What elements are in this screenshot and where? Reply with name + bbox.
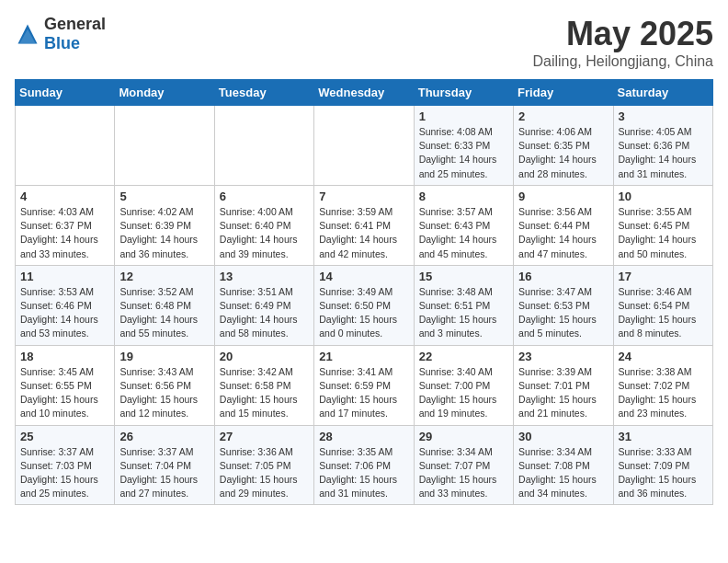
day-info: Sunrise: 3:34 AM Sunset: 7:08 PM Dayligh…: [518, 445, 608, 501]
day-number: 3: [619, 109, 708, 123]
cell-week2-day2: 6 Sunrise: 4:00 AM Sunset: 6:40 PM Dayli…: [214, 185, 313, 265]
day-number: 30: [518, 430, 608, 443]
cell-week2-day5: 9 Sunrise: 3:56 AM Sunset: 6:44 PM Dayli…: [514, 185, 613, 265]
day-number: 27: [220, 430, 309, 443]
cell-week4-day1: 19 Sunrise: 3:43 AM Sunset: 6:56 PM Dayl…: [115, 345, 214, 425]
day-info: Sunrise: 3:52 AM Sunset: 6:48 PM Dayligh…: [119, 285, 209, 341]
cell-week2-day4: 8 Sunrise: 3:57 AM Sunset: 6:43 PM Dayli…: [414, 185, 513, 265]
cell-week5-day5: 30 Sunrise: 3:34 AM Sunset: 7:08 PM Dayl…: [514, 425, 613, 505]
logo-icon: [15, 21, 40, 47]
header-wednesday: Wednesday: [314, 80, 414, 106]
day-number: 28: [319, 430, 408, 443]
logo: General Blue: [15, 15, 106, 53]
day-number: 23: [518, 350, 608, 363]
day-number: 10: [619, 190, 708, 203]
day-info: Sunrise: 3:51 AM Sunset: 6:49 PM Dayligh…: [220, 285, 309, 341]
day-number: 12: [119, 270, 209, 283]
cell-week2-day0: 4 Sunrise: 4:03 AM Sunset: 6:37 PM Dayli…: [16, 185, 115, 265]
day-info: Sunrise: 3:36 AM Sunset: 7:05 PM Dayligh…: [220, 445, 309, 501]
cell-week3-day0: 11 Sunrise: 3:53 AM Sunset: 6:46 PM Dayl…: [16, 265, 115, 345]
day-info: Sunrise: 3:43 AM Sunset: 6:56 PM Dayligh…: [119, 365, 209, 421]
day-info: Sunrise: 3:37 AM Sunset: 7:03 PM Dayligh…: [20, 445, 109, 501]
day-number: 17: [619, 270, 708, 283]
day-number: 6: [220, 190, 309, 203]
cell-week3-day4: 15 Sunrise: 3:48 AM Sunset: 6:51 PM Dayl…: [414, 265, 513, 345]
header-sunday: Sunday: [16, 80, 115, 106]
cell-week4-day0: 18 Sunrise: 3:45 AM Sunset: 6:55 PM Dayl…: [16, 345, 115, 425]
cell-week5-day4: 29 Sunrise: 3:34 AM Sunset: 7:07 PM Dayl…: [414, 425, 513, 505]
cell-week5-day1: 26 Sunrise: 3:37 AM Sunset: 7:04 PM Dayl…: [115, 425, 214, 505]
week-row-2: 4 Sunrise: 4:03 AM Sunset: 6:37 PM Dayli…: [16, 185, 713, 265]
day-info: Sunrise: 3:37 AM Sunset: 7:04 PM Dayligh…: [119, 445, 209, 501]
day-number: 22: [419, 350, 508, 363]
header-saturday: Saturday: [613, 80, 712, 106]
day-number: 18: [20, 350, 109, 363]
day-number: 9: [518, 190, 608, 203]
cell-week1-day3: [314, 106, 414, 186]
cell-week1-day2: [214, 106, 313, 186]
day-info: Sunrise: 3:55 AM Sunset: 6:45 PM Dayligh…: [619, 205, 708, 261]
calendar-table: Sunday Monday Tuesday Wednesday Thursday…: [15, 79, 713, 505]
header-tuesday: Tuesday: [214, 80, 313, 106]
day-info: Sunrise: 3:35 AM Sunset: 7:06 PM Dayligh…: [319, 445, 408, 501]
cell-week1-day4: 1 Sunrise: 4:08 AM Sunset: 6:33 PM Dayli…: [414, 106, 513, 186]
day-number: 21: [319, 350, 408, 363]
cell-week3-day1: 12 Sunrise: 3:52 AM Sunset: 6:48 PM Dayl…: [115, 265, 214, 345]
day-info: Sunrise: 3:39 AM Sunset: 7:01 PM Dayligh…: [518, 365, 608, 421]
day-info: Sunrise: 3:40 AM Sunset: 7:00 PM Dayligh…: [419, 365, 508, 421]
cell-week5-day2: 27 Sunrise: 3:36 AM Sunset: 7:05 PM Dayl…: [214, 425, 313, 505]
title-area: May 2025 Dailing, Heilongjiang, China: [532, 15, 713, 70]
day-info: Sunrise: 3:53 AM Sunset: 6:46 PM Dayligh…: [20, 285, 109, 341]
cell-week1-day1: [115, 106, 214, 186]
week-row-1: 1 Sunrise: 4:08 AM Sunset: 6:33 PM Dayli…: [16, 106, 713, 186]
day-info: Sunrise: 3:45 AM Sunset: 6:55 PM Dayligh…: [20, 365, 109, 421]
day-number: 24: [619, 350, 708, 363]
week-row-5: 25 Sunrise: 3:37 AM Sunset: 7:03 PM Dayl…: [16, 425, 713, 505]
day-info: Sunrise: 3:33 AM Sunset: 7:09 PM Dayligh…: [619, 445, 708, 501]
day-info: Sunrise: 3:49 AM Sunset: 6:50 PM Dayligh…: [319, 285, 408, 341]
day-number: 5: [119, 190, 209, 203]
cell-week4-day4: 22 Sunrise: 3:40 AM Sunset: 7:00 PM Dayl…: [414, 345, 513, 425]
day-info: Sunrise: 3:38 AM Sunset: 7:02 PM Dayligh…: [619, 365, 708, 421]
cell-week1-day6: 3 Sunrise: 4:05 AM Sunset: 6:36 PM Dayli…: [613, 106, 712, 186]
day-info: Sunrise: 3:59 AM Sunset: 6:41 PM Dayligh…: [319, 205, 408, 261]
day-number: 7: [319, 190, 408, 203]
week-row-3: 11 Sunrise: 3:53 AM Sunset: 6:46 PM Dayl…: [16, 265, 713, 345]
day-info: Sunrise: 3:34 AM Sunset: 7:07 PM Dayligh…: [419, 445, 508, 501]
day-number: 1: [419, 109, 508, 123]
day-info: Sunrise: 3:56 AM Sunset: 6:44 PM Dayligh…: [518, 205, 608, 261]
cell-week3-day5: 16 Sunrise: 3:47 AM Sunset: 6:53 PM Dayl…: [514, 265, 613, 345]
header-row: Sunday Monday Tuesday Wednesday Thursday…: [16, 80, 713, 106]
cell-week5-day0: 25 Sunrise: 3:37 AM Sunset: 7:03 PM Dayl…: [16, 425, 115, 505]
cell-week4-day6: 24 Sunrise: 3:38 AM Sunset: 7:02 PM Dayl…: [613, 345, 712, 425]
day-number: 8: [419, 190, 508, 203]
calendar-subtitle: Dailing, Heilongjiang, China: [532, 53, 713, 70]
day-number: 19: [119, 350, 209, 363]
week-row-4: 18 Sunrise: 3:45 AM Sunset: 6:55 PM Dayl…: [16, 345, 713, 425]
day-info: Sunrise: 3:48 AM Sunset: 6:51 PM Dayligh…: [419, 285, 508, 341]
day-number: 14: [319, 270, 408, 283]
day-number: 26: [119, 430, 209, 443]
day-info: Sunrise: 3:41 AM Sunset: 6:59 PM Dayligh…: [319, 365, 408, 421]
header-monday: Monday: [115, 80, 214, 106]
cell-week1-day0: [16, 106, 115, 186]
logo-blue: Blue: [44, 34, 80, 52]
day-number: 29: [419, 430, 508, 443]
day-info: Sunrise: 4:00 AM Sunset: 6:40 PM Dayligh…: [220, 205, 309, 261]
day-info: Sunrise: 4:05 AM Sunset: 6:36 PM Dayligh…: [619, 125, 708, 181]
day-info: Sunrise: 3:57 AM Sunset: 6:43 PM Dayligh…: [419, 205, 508, 261]
day-info: Sunrise: 3:47 AM Sunset: 6:53 PM Dayligh…: [518, 285, 608, 341]
cell-week3-day6: 17 Sunrise: 3:46 AM Sunset: 6:54 PM Dayl…: [613, 265, 712, 345]
day-number: 2: [518, 109, 608, 123]
day-info: Sunrise: 4:03 AM Sunset: 6:37 PM Dayligh…: [20, 205, 109, 261]
day-info: Sunrise: 3:46 AM Sunset: 6:54 PM Dayligh…: [619, 285, 708, 341]
cell-week4-day2: 20 Sunrise: 3:42 AM Sunset: 6:58 PM Dayl…: [214, 345, 313, 425]
day-info: Sunrise: 4:06 AM Sunset: 6:35 PM Dayligh…: [518, 125, 608, 181]
day-number: 16: [518, 270, 608, 283]
day-number: 4: [20, 190, 109, 203]
cell-week2-day1: 5 Sunrise: 4:02 AM Sunset: 6:39 PM Dayli…: [115, 185, 214, 265]
cell-week5-day3: 28 Sunrise: 3:35 AM Sunset: 7:06 PM Dayl…: [314, 425, 414, 505]
day-number: 20: [220, 350, 309, 363]
cell-week5-day6: 31 Sunrise: 3:33 AM Sunset: 7:09 PM Dayl…: [613, 425, 712, 505]
day-number: 25: [20, 430, 109, 443]
